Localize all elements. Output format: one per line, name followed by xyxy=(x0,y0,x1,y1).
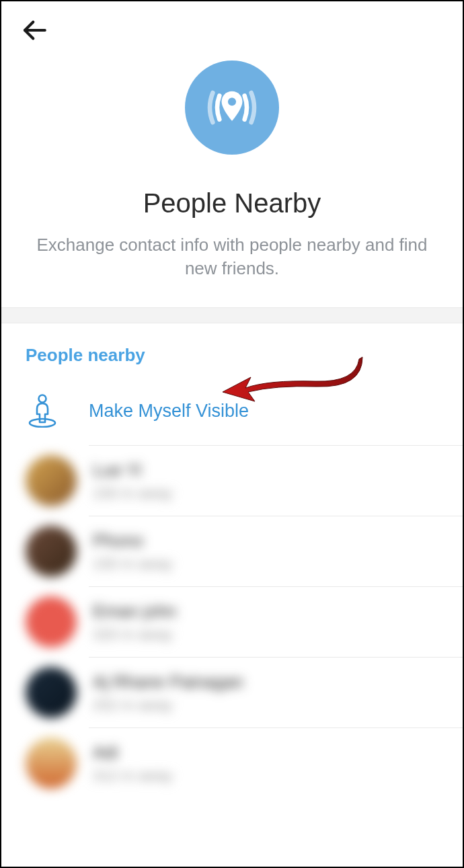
person-location-icon xyxy=(26,394,59,428)
person-distance: 320 m away xyxy=(93,626,176,643)
hero-icon-container xyxy=(1,61,463,155)
person-row[interactable]: Lue Yi150 m away xyxy=(1,446,463,516)
person-row[interactable]: Adi312 m away xyxy=(1,728,463,798)
back-button[interactable] xyxy=(1,1,67,51)
svg-point-1 xyxy=(228,97,236,106)
person-distance: 150 m away xyxy=(93,485,173,502)
person-name: Eman john xyxy=(93,601,176,622)
person-distance: 312 m away xyxy=(93,767,173,785)
section-divider xyxy=(1,307,463,323)
person-name: Aj Rhane Painagan xyxy=(93,672,243,693)
person-row[interactable]: Phono150 m away xyxy=(1,516,463,586)
person-name: Lue Yi xyxy=(93,460,173,481)
arrow-left-icon xyxy=(20,16,48,44)
list-section: People nearby Make Myself Visible Lue Yi… xyxy=(1,323,463,798)
person-distance: 150 m away xyxy=(93,555,173,573)
svg-point-3 xyxy=(39,395,46,403)
person-name: Phono xyxy=(93,530,173,551)
section-header: People nearby xyxy=(1,323,463,382)
person-info: Adi312 m away xyxy=(93,742,173,785)
person-distance: 252 m away xyxy=(93,697,243,714)
page-title: People Nearby xyxy=(1,188,463,219)
avatar xyxy=(26,596,77,647)
person-info: Eman john320 m away xyxy=(93,601,176,643)
make-visible-button[interactable]: Make Myself Visible xyxy=(1,382,463,445)
person-row[interactable]: Aj Rhane Painagan252 m away xyxy=(1,658,463,727)
avatar xyxy=(26,455,77,506)
page-subtitle: Exchange contact info with people nearby… xyxy=(1,233,463,280)
header-area: People Nearby Exchange contact info with… xyxy=(1,1,463,307)
person-info: Phono150 m away xyxy=(93,530,173,573)
avatar xyxy=(26,526,77,577)
avatar xyxy=(26,738,77,789)
location-broadcast-icon xyxy=(185,61,279,155)
make-visible-label: Make Myself Visible xyxy=(89,401,249,422)
avatar xyxy=(26,667,77,718)
person-info: Lue Yi150 m away xyxy=(93,460,173,502)
person-info: Aj Rhane Painagan252 m away xyxy=(93,672,243,714)
person-row[interactable]: Eman john320 m away xyxy=(1,587,463,657)
person-name: Adi xyxy=(93,742,173,763)
